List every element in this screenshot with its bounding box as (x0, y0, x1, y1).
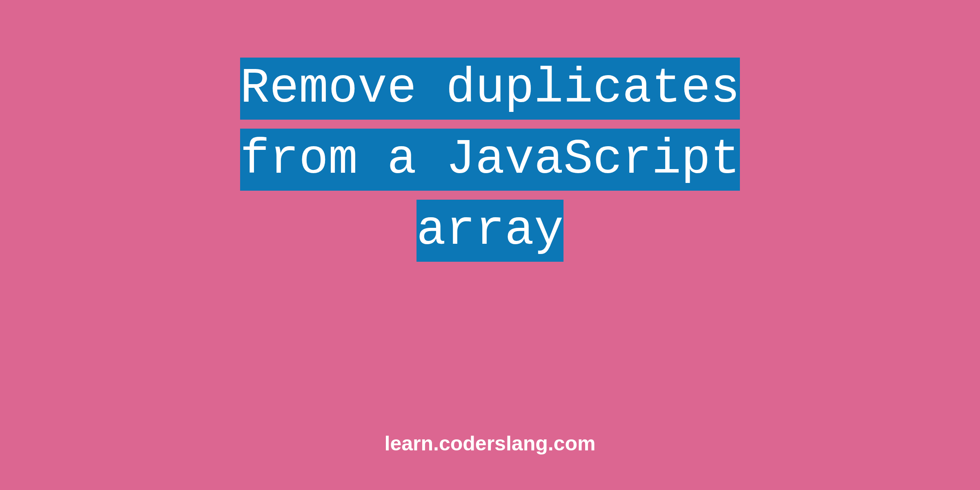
title-line-3: array (416, 203, 564, 258)
title-line-1: Remove duplicates (240, 61, 740, 116)
title-text: Remove duplicatesfrom a JavaScriptarray (240, 58, 740, 262)
title-line-2: from a JavaScript (240, 132, 740, 187)
footer-text: learn.coderslang.com (0, 432, 980, 455)
title-container: Remove duplicatesfrom a JavaScriptarray (0, 53, 980, 266)
